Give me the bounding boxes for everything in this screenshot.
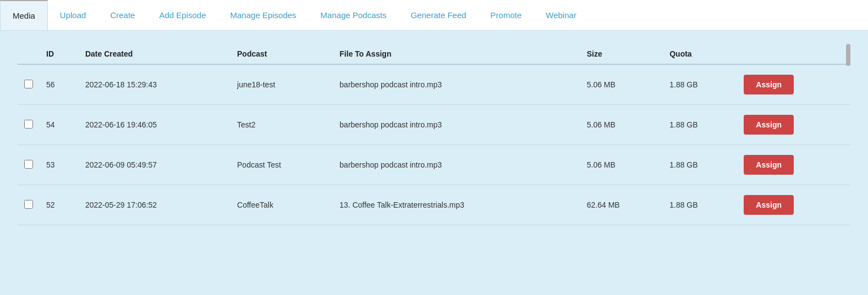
row-checkbox-cell xyxy=(18,145,40,185)
row-id: 52 xyxy=(40,185,79,225)
nav-item-manage-podcasts[interactable]: Manage Podcasts xyxy=(309,0,399,30)
row-date-created: 2022-06-16 19:46:05 xyxy=(79,105,230,145)
table-row: 562022-06-18 15:29:43june18-testbarbersh… xyxy=(18,64,850,105)
row-quota: 1.88 GB xyxy=(663,145,737,185)
nav-item-promote[interactable]: Promote xyxy=(479,0,534,30)
row-file-to-assign: barbershop podcast intro.mp3 xyxy=(333,105,580,145)
header-size: Size xyxy=(580,44,663,64)
row-quota: 1.88 GB xyxy=(663,105,737,145)
nav-item-generate-feed[interactable]: Generate Feed xyxy=(399,0,479,30)
row-date-created: 2022-06-09 05:49:57 xyxy=(79,145,230,185)
header-podcast: Podcast xyxy=(230,44,333,64)
assign-button-2[interactable]: Assign xyxy=(744,155,794,175)
assign-button-0[interactable]: Assign xyxy=(744,75,794,94)
row-quota: 1.88 GB xyxy=(663,64,737,105)
row-podcast: Test2 xyxy=(230,105,333,145)
header-checkbox-col xyxy=(18,44,40,64)
table-row: 542022-06-16 19:46:05Test2barbershop pod… xyxy=(18,105,850,145)
row-size: 5.06 MB xyxy=(580,64,663,105)
assign-button-3[interactable]: Assign xyxy=(744,195,794,215)
row-id: 56 xyxy=(40,64,79,105)
header-date-created: Date Created xyxy=(79,44,230,64)
nav-item-upload[interactable]: Upload xyxy=(48,0,98,30)
row-checkbox-cell xyxy=(18,185,40,225)
nav-item-create[interactable]: Create xyxy=(98,0,147,30)
row-file-to-assign: 13. Coffee Talk-Extraterrestrials.mp3 xyxy=(333,185,580,225)
header-id: ID xyxy=(40,44,79,64)
table-header: ID Date Created Podcast File To Assign S… xyxy=(18,44,850,64)
table-row: 532022-06-09 05:49:57Podcast Testbarbers… xyxy=(18,145,850,185)
row-assign-cell: Assign xyxy=(737,185,850,225)
row-checkbox-3[interactable] xyxy=(24,200,33,209)
main-content: ID Date Created Podcast File To Assign S… xyxy=(0,31,868,238)
row-assign-cell: Assign xyxy=(737,105,850,145)
table-row: 522022-05-29 17:06:52CoffeeTalk13. Coffe… xyxy=(18,185,850,225)
row-assign-cell: Assign xyxy=(737,64,850,105)
nav-item-add-episode[interactable]: Add Episode xyxy=(147,0,218,30)
scroll-indicator[interactable] xyxy=(846,44,850,66)
row-id: 53 xyxy=(40,145,79,185)
row-quota: 1.88 GB xyxy=(663,185,737,225)
table-wrapper: ID Date Created Podcast File To Assign S… xyxy=(18,44,850,225)
top-navigation: MediaUploadCreateAdd EpisodeManage Episo… xyxy=(0,0,868,31)
nav-item-webinar[interactable]: Webinar xyxy=(534,0,589,30)
row-assign-cell: Assign xyxy=(737,145,850,185)
row-podcast: CoffeeTalk xyxy=(230,185,333,225)
row-date-created: 2022-05-29 17:06:52 xyxy=(79,185,230,225)
row-id: 54 xyxy=(40,105,79,145)
row-checkbox-1[interactable] xyxy=(24,120,33,129)
row-checkbox-cell xyxy=(18,64,40,105)
row-date-created: 2022-06-18 15:29:43 xyxy=(79,64,230,105)
row-size: 5.06 MB xyxy=(580,145,663,185)
row-file-to-assign: barbershop podcast intro.mp3 xyxy=(333,64,580,105)
row-podcast: Podcast Test xyxy=(230,145,333,185)
nav-item-media[interactable]: Media xyxy=(0,0,48,30)
row-checkbox-2[interactable] xyxy=(24,160,33,169)
row-podcast: june18-test xyxy=(230,64,333,105)
row-size: 62.64 MB xyxy=(580,185,663,225)
row-checkbox-cell xyxy=(18,105,40,145)
nav-item-manage-episodes[interactable]: Manage Episodes xyxy=(218,0,309,30)
table-body: 562022-06-18 15:29:43june18-testbarbersh… xyxy=(18,64,850,225)
row-checkbox-0[interactable] xyxy=(24,80,33,88)
header-quota: Quota xyxy=(663,44,737,64)
header-file-to-assign: File To Assign xyxy=(333,44,580,64)
header-actions xyxy=(737,44,850,64)
row-file-to-assign: barbershop podcast intro.mp3 xyxy=(333,145,580,185)
row-size: 5.06 MB xyxy=(580,105,663,145)
podcasts-table: ID Date Created Podcast File To Assign S… xyxy=(18,44,850,225)
assign-button-1[interactable]: Assign xyxy=(744,115,794,135)
